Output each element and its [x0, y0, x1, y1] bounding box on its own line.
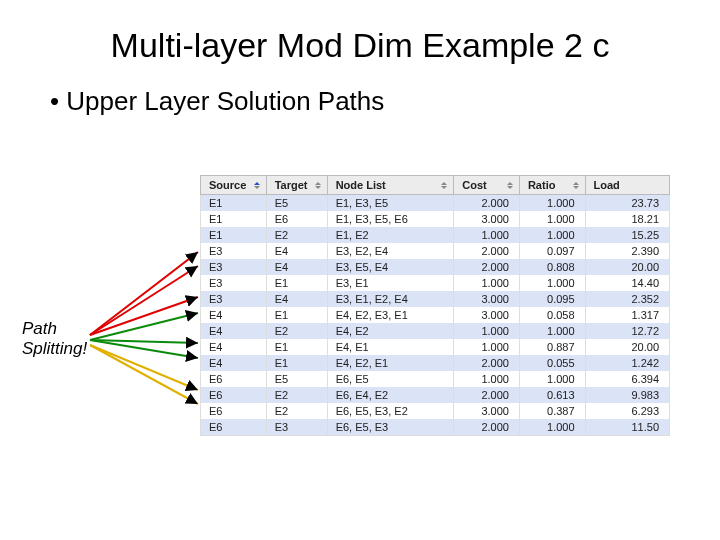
column-header[interactable]: Ratio: [519, 176, 585, 195]
cell-source: E3: [201, 291, 267, 307]
annotation-line1: Path: [22, 319, 87, 339]
svg-line-7: [90, 345, 198, 404]
sort-icon[interactable]: [441, 182, 447, 189]
annotation-line2: Splitting!: [22, 339, 87, 359]
cell-nodelist: E6, E5, E3, E2: [327, 403, 454, 419]
cell-cost: 2.000: [454, 259, 520, 275]
cell-ratio: 1.000: [519, 323, 585, 339]
cell-load: 9.983: [585, 387, 669, 403]
column-label: Ratio: [528, 179, 556, 191]
cell-source: E4: [201, 307, 267, 323]
cell-target: E3: [266, 419, 327, 436]
cell-cost: 1.000: [454, 323, 520, 339]
cell-source: E6: [201, 387, 267, 403]
cell-ratio: 1.000: [519, 211, 585, 227]
cell-source: E4: [201, 339, 267, 355]
cell-ratio: 0.055: [519, 355, 585, 371]
cell-source: E6: [201, 371, 267, 387]
cell-target: E1: [266, 275, 327, 291]
cell-load: 12.72: [585, 323, 669, 339]
solution-paths-table: SourceTargetNode ListCostRatioLoad E1E5E…: [200, 175, 670, 436]
cell-load: 6.394: [585, 371, 669, 387]
bullet-item: • Upper Layer Solution Paths: [50, 86, 384, 117]
cell-source: E3: [201, 243, 267, 259]
cell-nodelist: E3, E1: [327, 275, 454, 291]
cell-nodelist: E3, E5, E4: [327, 259, 454, 275]
cell-target: E2: [266, 403, 327, 419]
table-row[interactable]: E4E1E4, E11.0000.88720.00: [201, 339, 670, 355]
cell-ratio: 0.613: [519, 387, 585, 403]
cell-load: 1.242: [585, 355, 669, 371]
cell-cost: 1.000: [454, 371, 520, 387]
table-row[interactable]: E6E3E6, E5, E32.0001.00011.50: [201, 419, 670, 436]
table-row[interactable]: E6E2E6, E4, E22.0000.6139.983: [201, 387, 670, 403]
cell-target: E5: [266, 371, 327, 387]
cell-nodelist: E4, E1: [327, 339, 454, 355]
table-row[interactable]: E4E2E4, E21.0001.00012.72: [201, 323, 670, 339]
cell-target: E2: [266, 227, 327, 243]
cell-target: E5: [266, 195, 327, 212]
table-row[interactable]: E6E5E6, E51.0001.0006.394: [201, 371, 670, 387]
cell-ratio: 0.058: [519, 307, 585, 323]
cell-load: 14.40: [585, 275, 669, 291]
cell-ratio: 0.387: [519, 403, 585, 419]
cell-target: E4: [266, 291, 327, 307]
sort-icon[interactable]: [315, 182, 321, 189]
table-row[interactable]: E6E2E6, E5, E3, E23.0000.3876.293: [201, 403, 670, 419]
bullet-text: Upper Layer Solution Paths: [66, 86, 384, 116]
svg-line-1: [90, 266, 198, 335]
svg-line-6: [90, 345, 198, 390]
cell-cost: 2.000: [454, 419, 520, 436]
cell-nodelist: E6, E5: [327, 371, 454, 387]
table-row[interactable]: E1E2E1, E21.0001.00015.25: [201, 227, 670, 243]
column-header[interactable]: Node List: [327, 176, 454, 195]
table-row[interactable]: E4E1E4, E2, E12.0000.0551.242: [201, 355, 670, 371]
cell-ratio: 0.887: [519, 339, 585, 355]
cell-source: E1: [201, 227, 267, 243]
cell-load: 20.00: [585, 259, 669, 275]
cell-target: E2: [266, 323, 327, 339]
cell-cost: 1.000: [454, 339, 520, 355]
table-row[interactable]: E3E4E3, E5, E42.0000.80820.00: [201, 259, 670, 275]
cell-ratio: 0.095: [519, 291, 585, 307]
cell-ratio: 1.000: [519, 227, 585, 243]
page-title: Multi-layer Mod Dim Example 2 c: [0, 26, 720, 65]
cell-cost: 3.000: [454, 307, 520, 323]
cell-load: 2.352: [585, 291, 669, 307]
cell-nodelist: E6, E4, E2: [327, 387, 454, 403]
cell-target: E2: [266, 387, 327, 403]
cell-load: 11.50: [585, 419, 669, 436]
column-header[interactable]: Source: [201, 176, 267, 195]
table-row[interactable]: E3E4E3, E2, E42.0000.0972.390: [201, 243, 670, 259]
svg-line-2: [90, 297, 198, 335]
table-header: SourceTargetNode ListCostRatioLoad: [201, 176, 670, 195]
cell-source: E1: [201, 195, 267, 212]
cell-load: 18.21: [585, 211, 669, 227]
sort-icon[interactable]: [573, 182, 579, 189]
table-row[interactable]: E4E1E4, E2, E3, E13.0000.0581.317: [201, 307, 670, 323]
solution-paths-table-wrap: SourceTargetNode ListCostRatioLoad E1E5E…: [200, 175, 670, 436]
cell-nodelist: E4, E2, E3, E1: [327, 307, 454, 323]
cell-ratio: 0.097: [519, 243, 585, 259]
cell-cost: 1.000: [454, 227, 520, 243]
column-header[interactable]: Cost: [454, 176, 520, 195]
table-row[interactable]: E3E4E3, E1, E2, E43.0000.0952.352: [201, 291, 670, 307]
cell-ratio: 1.000: [519, 419, 585, 436]
column-label: Source: [209, 179, 246, 191]
table-row[interactable]: E1E5E1, E3, E52.0001.00023.73: [201, 195, 670, 212]
column-header[interactable]: Load: [585, 176, 669, 195]
cell-cost: 2.000: [454, 355, 520, 371]
sort-icon[interactable]: [254, 182, 260, 189]
column-header[interactable]: Target: [266, 176, 327, 195]
cell-nodelist: E4, E2, E1: [327, 355, 454, 371]
cell-target: E1: [266, 355, 327, 371]
cell-cost: 1.000: [454, 275, 520, 291]
sort-icon[interactable]: [507, 182, 513, 189]
cell-target: E6: [266, 211, 327, 227]
table-row[interactable]: E3E1E3, E11.0001.00014.40: [201, 275, 670, 291]
bullet-marker: •: [50, 86, 66, 116]
cell-source: E3: [201, 259, 267, 275]
annotation-label: Path Splitting!: [22, 319, 87, 358]
table-row[interactable]: E1E6E1, E3, E5, E63.0001.00018.21: [201, 211, 670, 227]
cell-ratio: 0.808: [519, 259, 585, 275]
